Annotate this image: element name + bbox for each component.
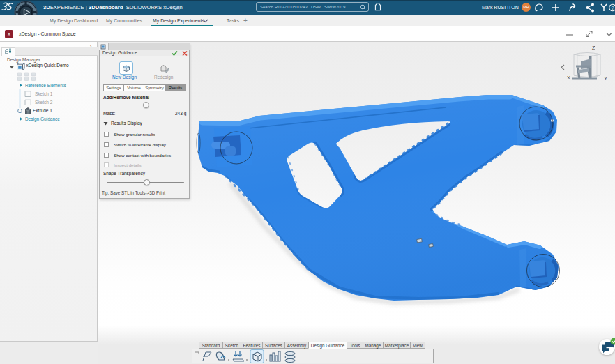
- svg-text:X: X: [567, 75, 570, 81]
- svg-text:?: ?: [612, 5, 614, 11]
- svg-text:Z: Z: [592, 45, 595, 51]
- svg-text:Y: Y: [604, 75, 607, 82]
